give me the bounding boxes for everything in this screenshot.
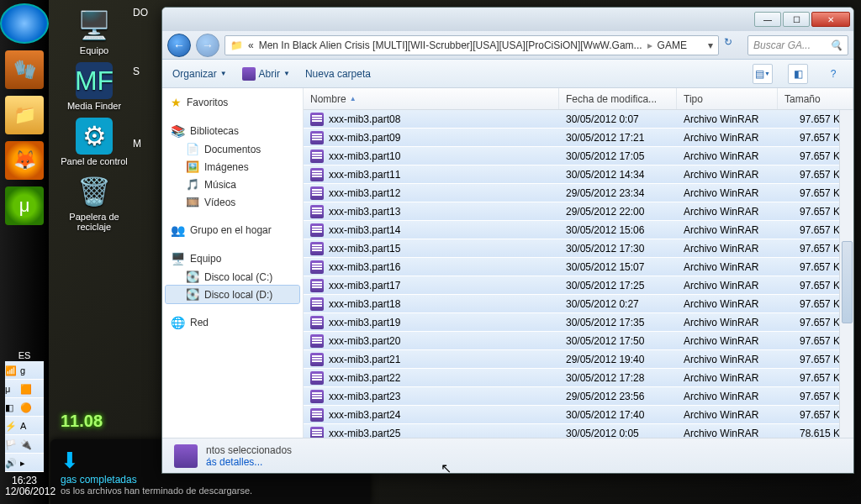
close-button[interactable]: ✕ [811,12,850,27]
address-bar[interactable]: 📁 « Men In Black Alien Crisis [MULTI][WI… [224,35,719,55]
file-name: xxx-mib3.part21 [329,354,400,365]
search-box[interactable]: Buscar GA... 🔍 [747,35,848,55]
file-date: 29/05/2012 22:00 [559,206,677,218]
back-button[interactable]: ← [167,34,191,57]
tray-icon[interactable]: ⚡ [5,420,17,432]
taskbar: 🧤 📁 🦊 μ ES 📶 g μ 🟧 ◧ 🟠 ⚡ A 🏳️ 🔌 🔊 ▸ [0,0,49,504]
file-row[interactable]: xxx-mib3.part2030/05/2012 17:50Archivo W… [304,332,853,350]
file-row[interactable]: xxx-mib3.part1229/05/2012 23:34Archivo W… [304,184,853,202]
refresh-button[interactable]: ↻ [724,36,742,55]
file-row[interactable]: xxx-mib3.part2129/05/2012 19:40Archivo W… [304,350,853,369]
desktop-icon-mediafinder[interactable]: MF Media Finder [61,62,128,111]
col-date[interactable]: Fecha de modifica... [559,88,677,109]
file-row[interactable]: xxx-mib3.part1329/05/2012 22:00Archivo W… [304,202,853,221]
file-row[interactable]: xxx-mib3.part1630/05/2012 15:07Archivo W… [304,258,853,276]
file-row[interactable]: xxx-mib3.part1130/05/2012 14:34Archivo W… [304,165,853,184]
vertical-scrollbar[interactable] [839,110,853,438]
minimize-button[interactable]: — [754,12,781,27]
file-row[interactable]: xxx-mib3.part2329/05/2012 23:56Archivo W… [304,387,853,406]
maximize-button[interactable]: ☐ [783,12,810,27]
tray-flag-icon[interactable]: 🏳️ [5,438,17,450]
file-row[interactable]: xxx-mib3.part0930/05/2012 17:21Archivo W… [304,129,853,147]
sidebar-libraries[interactable]: 📚Bibliotecas [166,122,299,140]
titlebar[interactable]: — ☐ ✕ [162,8,853,31]
sidebar-documents[interactable]: 📄Documentos [166,140,299,158]
tray-icon[interactable]: ◧ [5,402,17,413]
sidebar-pictures[interactable]: 🖼️Imágenes [166,158,299,176]
file-name: xxx-mib3.part11 [329,169,400,181]
start-button[interactable] [0,3,49,44]
scrollbar-thumb[interactable] [842,241,853,323]
file-type: Archivo WinRAR [677,169,778,181]
sidebar-network[interactable]: 🌐Red [166,313,299,332]
sidebar-videos[interactable]: 🎞️Vídeos [166,193,299,211]
file-row[interactable]: xxx-mib3.part1430/05/2012 15:06Archivo W… [304,221,853,239]
tray-icon[interactable]: 📶 [5,365,17,376]
cmd-organize[interactable]: Organizar▼ [172,68,227,80]
col-type[interactable]: Tipo [677,88,778,109]
file-date: 30/05/2012 17:35 [559,317,677,328]
search-placeholder: Buscar GA... [753,39,811,51]
file-type: Archivo WinRAR [677,317,778,328]
file-row[interactable]: xxx-mib3.part1530/05/2012 17:30Archivo W… [304,239,853,258]
preview-pane-button[interactable]: ◧ [788,64,808,84]
toast-body: os los archivos han terminado de descarg… [61,486,360,496]
file-row[interactable]: xxx-mib3.part2530/05/2012 0:05Archivo Wi… [304,424,853,438]
breadcrumb-folder[interactable]: Men In Black Alien Crisis [MULTI][WII-Sc… [259,39,642,51]
address-dropdown-icon[interactable]: ▾ [708,39,713,51]
libraries-icon: 📚 [171,124,185,138]
dock-utorrent[interactable]: μ [5,186,44,225]
breadcrumb-current[interactable]: GAME [658,39,687,51]
desktop-icon-equipo[interactable]: 🖥️ Equipo [61,7,128,55]
sidebar-favorites[interactable]: ★Favoritos [166,93,299,112]
tray-icon[interactable]: μ [5,383,17,395]
sidebar-computer[interactable]: 🖥️Equipo [166,249,299,268]
file-type: Archivo WinRAR [677,243,778,255]
file-row[interactable]: xxx-mib3.part1830/05/2012 0:27Archivo Wi… [304,295,853,313]
file-date: 30/05/2012 17:05 [559,150,677,162]
file-date: 30/05/2012 17:30 [559,243,677,255]
file-row[interactable]: xxx-mib3.part1930/05/2012 17:35Archivo W… [304,313,853,332]
cmd-open[interactable]: Abrir▼ [242,67,290,81]
cmd-newfolder[interactable]: Nueva carpeta [305,68,371,80]
col-size[interactable]: Tamaño [778,88,853,109]
rar-icon [310,408,324,422]
dock-firefox[interactable]: 🦊 [5,141,44,180]
col-name[interactable]: Nombre▲ [304,88,559,109]
file-row[interactable]: xxx-mib3.part2430/05/2012 17:40Archivo W… [304,406,853,424]
tray-icon[interactable]: g [20,365,32,376]
star-icon: ★ [171,96,182,109]
tray-icon[interactable]: 🟠 [20,402,32,413]
taskbar-clock[interactable]: 16:23 12/06/2012 [5,475,44,497]
desktop-icon-recyclebin[interactable]: 🗑️ Papelera de reciclaje [61,173,128,232]
sidebar-drive-d[interactable]: 💽Disco local (D:) [166,286,299,303]
tray-sound-icon[interactable]: 🔊 [5,457,17,469]
file-list[interactable]: xxx-mib3.part0830/05/2012 0:07Archivo Wi… [304,110,853,438]
sidebar-music[interactable]: 🎵Música [166,176,299,193]
file-row[interactable]: xxx-mib3.part2230/05/2012 17:28Archivo W… [304,369,853,387]
forward-button[interactable]: → [196,34,219,57]
desktop-icon-controlpanel[interactable]: ⚙ Panel de control [61,118,128,166]
file-date: 30/05/2012 15:07 [559,261,677,273]
view-options-button[interactable]: ▤▼ [753,64,773,84]
column-headers: Nombre▲ Fecha de modifica... Tipo Tamaño [304,88,853,110]
chevron-right-icon[interactable]: ▸ [647,39,652,51]
tray-icon[interactable]: A [20,420,32,432]
tray-power-icon[interactable]: 🔌 [20,438,32,450]
tray-icon[interactable]: 🟧 [20,383,32,395]
sidebar-homegroup[interactable]: 👥Grupo en el hogar [166,221,299,239]
status-details-link[interactable]: ás detalles... [206,456,292,468]
dock-explorer[interactable]: 📁 [5,96,44,134]
file-row[interactable]: xxx-mib3.part1730/05/2012 17:25Archivo W… [304,276,853,295]
dock-app-1[interactable]: 🧤 [5,50,44,89]
music-icon: 🎵 [186,178,199,191]
rar-icon [310,260,324,274]
language-indicator[interactable]: ES [5,349,44,361]
sidebar-drive-c[interactable]: 💽Disco local (C:) [166,268,299,286]
tray-chevron-icon[interactable]: ▸ [20,457,32,469]
file-row[interactable]: xxx-mib3.part0830/05/2012 0:07Archivo Wi… [304,110,853,129]
file-type: Archivo WinRAR [677,391,778,402]
desktop-icons: 🖥️ Equipo MF Media Finder ⚙ Panel de con… [61,7,128,232]
help-button[interactable]: ? [823,64,843,84]
file-row[interactable]: xxx-mib3.part1030/05/2012 17:05Archivo W… [304,147,853,165]
